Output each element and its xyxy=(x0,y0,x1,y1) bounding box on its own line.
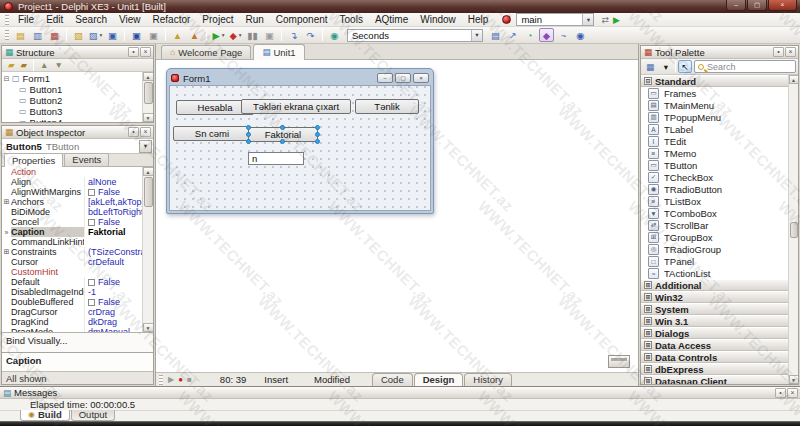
program-reset-icon[interactable]: ▣ xyxy=(262,28,277,42)
selection-handle[interactable] xyxy=(246,125,251,130)
property-value[interactable]: crDefault xyxy=(84,257,142,267)
scroll-down-icon[interactable]: ▼ xyxy=(789,375,799,384)
form-button-faktorial[interactable]: Faktorial xyxy=(248,127,318,142)
property-value[interactable]: (TSizeConstraints) xyxy=(84,247,142,257)
menu-item-edit[interactable]: Edit xyxy=(40,13,69,26)
property-row-anchors[interactable]: ⊞Anchors[akLeft,akTop] xyxy=(2,197,142,207)
expand-icon[interactable]: ⊞ xyxy=(644,365,652,373)
menu-item-window[interactable]: Window xyxy=(414,13,462,26)
palette-item-tcombobox[interactable]: ▼TComboBox xyxy=(641,207,788,219)
palette-scrollbar[interactable]: ▲ ▼ xyxy=(788,75,798,384)
report-icon[interactable]: ▤ xyxy=(488,28,503,42)
property-name[interactable]: Cursor xyxy=(11,257,84,267)
open-file-icon[interactable]: ▨▾ xyxy=(88,28,103,42)
aqtime-book-icon[interactable]: ◉ xyxy=(327,28,342,42)
property-name[interactable]: DragKind xyxy=(11,317,84,327)
menu-item-component[interactable]: Component xyxy=(270,13,334,26)
chevron-down-icon[interactable]: ▾ xyxy=(239,32,242,38)
move-up-icon[interactable]: ▲ xyxy=(40,60,48,70)
menu-item-view[interactable]: View xyxy=(113,13,147,26)
property-name[interactable]: DragCursor xyxy=(11,307,84,317)
palette-item-tedit[interactable]: ITEdit xyxy=(641,135,788,147)
palette-item-tgroupbox[interactable]: ⊞TGroupBox xyxy=(641,231,788,243)
chevron-down-icon[interactable]: ▾ xyxy=(659,60,673,73)
property-name[interactable]: DoubleBuffered xyxy=(11,297,84,307)
checkbox-icon[interactable] xyxy=(88,219,95,226)
doc-tab-welcome-page[interactable]: ⌂Welcome Page xyxy=(161,45,251,59)
expand-icon[interactable]: ⊞ xyxy=(644,329,652,337)
form-button-t-kl-ri-ekrana-xart[interactable]: Təkləri ekrana çıxart xyxy=(241,99,351,114)
selection-cursor-button[interactable]: ↖ xyxy=(678,60,692,73)
property-name[interactable]: DisabledImageIndex xyxy=(11,287,84,297)
aqtime-help-icon[interactable]: ◉ xyxy=(573,28,588,42)
palette-category-standard[interactable]: ⊟Standard xyxy=(641,75,788,87)
tree-node-button1[interactable]: ▭Button1 xyxy=(2,84,142,95)
scroll-down-icon[interactable]: ▼ xyxy=(143,323,154,332)
selection-handle[interactable] xyxy=(246,132,251,137)
palette-search-box[interactable] xyxy=(694,60,796,73)
property-grid-scrollbar[interactable]: ▲ ▼ xyxy=(142,167,153,332)
add-file-icon[interactable]: ▥ xyxy=(30,28,45,42)
expand-icon[interactable]: ⊞ xyxy=(644,317,652,325)
form-edit-n[interactable]: n xyxy=(248,152,304,165)
palette-category-system[interactable]: ⊞System xyxy=(641,303,788,315)
object-selector-combo[interactable]: Button5 TButton ▼ xyxy=(2,139,153,154)
tree-node-button3[interactable]: ▭Button3 xyxy=(2,106,142,117)
run-icon[interactable]: ▶▾ xyxy=(211,28,226,42)
search-input[interactable] xyxy=(707,62,795,72)
target-platform-combo[interactable]: main ▼ xyxy=(516,13,594,26)
collapse-icon[interactable]: ⊟ xyxy=(644,77,652,85)
macro-play-icon[interactable]: ▶ xyxy=(168,375,174,384)
chevron-down-icon[interactable]: ▼ xyxy=(139,140,152,153)
view-tab-history[interactable]: History xyxy=(464,373,512,386)
tree-node-form1[interactable]: ⊟▢Form1 xyxy=(2,73,142,84)
property-row-cursor[interactable]: CursorcrDefault xyxy=(2,257,142,267)
property-value[interactable]: False xyxy=(84,187,142,197)
pin-icon[interactable]: • xyxy=(128,47,139,57)
scroll-thumb[interactable] xyxy=(144,177,153,207)
form-maximize-button[interactable]: ▢ xyxy=(395,73,411,83)
form-minimize-button[interactable]: – xyxy=(377,73,393,83)
form-title-bar[interactable]: Form1 – ▢ × xyxy=(169,71,431,85)
aqtime-counter-combo[interactable]: Seconds ▼ xyxy=(347,29,483,42)
property-value[interactable]: -1 xyxy=(84,287,142,297)
palette-item-tpopupmenu[interactable]: ▥TPopupMenu xyxy=(641,111,788,123)
designer-corner-widget[interactable] xyxy=(608,355,630,368)
property-name[interactable]: Action xyxy=(11,167,84,177)
move-down-icon[interactable]: ▼ xyxy=(55,60,63,70)
property-row-action[interactable]: Action xyxy=(2,167,142,177)
expand-icon[interactable]: ⊞ xyxy=(644,353,652,361)
macro-record-icon[interactable]: ● xyxy=(178,375,183,384)
selection-handle[interactable] xyxy=(315,125,320,130)
trace-into-icon[interactable]: ↴ xyxy=(286,28,301,42)
pause-icon[interactable]: ▮▮ xyxy=(245,28,260,42)
scroll-up-icon[interactable]: ▲ xyxy=(143,167,154,176)
macro-stop-icon[interactable]: ■ xyxy=(187,375,192,384)
expand-icon[interactable]: ⊞ xyxy=(644,281,652,289)
new-items-icon[interactable]: ▤ xyxy=(13,28,28,42)
property-name[interactable]: Cancel xyxy=(11,217,84,227)
palette-category-additional[interactable]: ⊞Additional xyxy=(641,279,788,291)
scroll-up-icon[interactable]: ▲ xyxy=(789,75,799,84)
menu-item-search[interactable]: Search xyxy=(69,13,113,26)
property-name[interactable]: Caption xyxy=(11,227,84,237)
property-row-dragcursor[interactable]: DragCursorcrDrag xyxy=(2,307,142,317)
pin-icon[interactable]: • xyxy=(773,47,784,57)
structure-panel-header[interactable]: ▦ Structure • × xyxy=(2,46,153,59)
messages-tab-build[interactable]: ◉Build xyxy=(20,410,70,421)
property-value[interactable]: alNone xyxy=(84,177,142,187)
property-name[interactable]: BiDiMode xyxy=(11,207,84,217)
menu-item-aqtime[interactable]: AQtime xyxy=(369,13,414,26)
maximize-button[interactable]: ▢ xyxy=(747,0,767,11)
view-tab-design[interactable]: Design xyxy=(414,373,464,386)
toolbar-grip[interactable] xyxy=(5,30,9,40)
doc-tab-unit1[interactable]: ▤Unit1 xyxy=(253,44,304,60)
step-over-icon[interactable]: ↷ xyxy=(303,28,318,42)
menu-item-help[interactable]: Help xyxy=(462,13,495,26)
messages-header[interactable]: ▤ Messages • × xyxy=(0,387,800,399)
palette-item-tcheckbox[interactable]: ✓TCheckBox xyxy=(641,171,788,183)
tree-collapse-icon[interactable]: ⊟ xyxy=(2,75,11,83)
new-unit-icon[interactable]: ▧ xyxy=(71,28,86,42)
compile-icon[interactable]: ▲ xyxy=(170,28,185,42)
palette-item-tpanel[interactable]: □TPanel xyxy=(641,255,788,267)
